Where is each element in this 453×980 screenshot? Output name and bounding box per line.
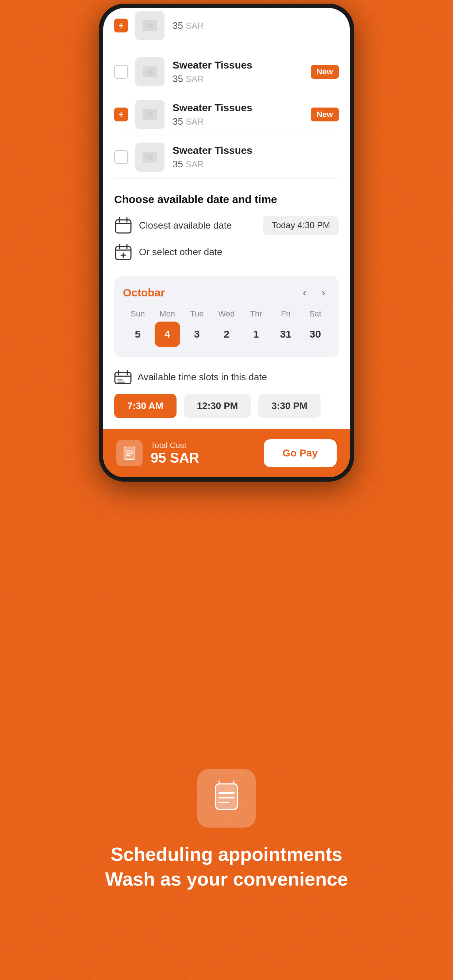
new-badge-1: New bbox=[311, 65, 339, 79]
product-item-3: Sweater Tissues 35 SAR bbox=[114, 136, 339, 179]
time-label: Available time slots in this date bbox=[137, 372, 267, 383]
calendar-container: Octobar ‹ › Sun 5 Mon bbox=[114, 276, 339, 357]
day-num-sat: 30 bbox=[302, 321, 328, 347]
product-item-1: Sweater Tissues 35 SAR New bbox=[114, 51, 339, 93]
product-price-partial: 35 SAR bbox=[172, 20, 339, 31]
product-image-3 bbox=[135, 143, 164, 172]
cost-info: Total Cost 95 SAR bbox=[116, 440, 199, 466]
day-num-sun: 5 bbox=[125, 321, 151, 347]
product-name-3: Sweater Tissues bbox=[172, 145, 339, 156]
new-badge-2: New bbox=[311, 108, 339, 121]
day-name-mon: Mon bbox=[160, 309, 175, 319]
day-item-thr[interactable]: Thr 1 bbox=[241, 309, 271, 347]
receipt-icon bbox=[116, 440, 143, 466]
day-num-tue: 3 bbox=[184, 321, 210, 347]
time-slot-3[interactable]: 3:30 PM bbox=[258, 394, 320, 418]
day-name-wed: Wed bbox=[219, 309, 235, 319]
product-price-3: 35 SAR bbox=[172, 159, 339, 170]
svg-point-7 bbox=[147, 154, 153, 160]
other-label: Or select other date bbox=[139, 247, 339, 258]
product-list: Sweater Tissues 35 SAR New + bbox=[103, 47, 350, 182]
calendar-month: Octobar bbox=[123, 286, 165, 299]
svg-point-1 bbox=[147, 22, 153, 29]
time-section: Available time slots in this date 7:30 A… bbox=[103, 368, 350, 429]
product-info-3: Sweater Tissues 35 SAR bbox=[172, 145, 339, 170]
other-date-row[interactable]: Or select other date bbox=[114, 243, 339, 261]
day-item-mon[interactable]: Mon 4 bbox=[152, 309, 182, 347]
phone-screen: + 35 SAR bbox=[103, 8, 350, 477]
time-slot-2[interactable]: 12:30 PM bbox=[184, 394, 251, 418]
day-name-sat: Sat bbox=[309, 309, 321, 319]
day-name-fri: Fri bbox=[281, 309, 290, 319]
tagline-line2: Wash as your convenience bbox=[105, 867, 348, 892]
time-label-row: Available time slots in this date bbox=[114, 368, 339, 386]
day-num-mon: 4 bbox=[155, 321, 180, 347]
closest-value[interactable]: Today 4:30 PM bbox=[263, 216, 339, 235]
cost-label: Total Cost bbox=[151, 441, 199, 450]
next-month-button[interactable]: › bbox=[317, 287, 330, 299]
closest-label: Closest available date bbox=[139, 220, 263, 231]
product-add-button-2[interactable]: + bbox=[114, 108, 128, 121]
day-item-sun[interactable]: Sun 5 bbox=[123, 309, 152, 347]
product-image-2 bbox=[135, 100, 164, 129]
product-checkbox-3[interactable] bbox=[114, 150, 128, 164]
svg-rect-8 bbox=[116, 220, 131, 233]
day-item-fri[interactable]: Fri 31 bbox=[271, 309, 301, 347]
day-item-sat[interactable]: Sat 30 bbox=[301, 309, 330, 347]
day-name-thr: Thr bbox=[250, 309, 262, 319]
phone-frame: + 35 SAR bbox=[99, 4, 354, 482]
product-price-1: 35 SAR bbox=[172, 73, 311, 84]
product-info-2: Sweater Tissues 35 SAR bbox=[172, 102, 311, 127]
svg-point-5 bbox=[147, 111, 153, 118]
product-name-1: Sweater Tissues bbox=[172, 59, 311, 71]
day-name-sun: Sun bbox=[131, 309, 145, 319]
day-item-tue[interactable]: Tue 3 bbox=[182, 309, 212, 347]
tagline: Scheduling appointments Wash as your con… bbox=[105, 842, 348, 891]
prev-month-button[interactable]: ‹ bbox=[298, 287, 311, 299]
app-icon-large bbox=[197, 769, 256, 827]
go-pay-button[interactable]: Go Pay bbox=[264, 439, 337, 467]
day-num-wed: 2 bbox=[214, 321, 239, 347]
product-item-2: + Sweater Tissues 35 SAR bbox=[114, 93, 339, 136]
time-slot-1[interactable]: 7:30 AM bbox=[114, 394, 177, 418]
calendar-nav: ‹ › bbox=[298, 287, 330, 299]
day-num-thr: 1 bbox=[243, 321, 269, 347]
bottom-bar: Total Cost 95 SAR Go Pay bbox=[103, 429, 350, 477]
content-area: + 35 SAR bbox=[103, 8, 350, 477]
day-name-tue: Tue bbox=[190, 309, 204, 319]
date-section: Choose available date and time Closest a… bbox=[103, 182, 350, 276]
day-item-wed[interactable]: Wed 2 bbox=[212, 309, 241, 347]
day-num-fri: 31 bbox=[273, 321, 298, 347]
product-info-partial: 35 SAR bbox=[172, 20, 339, 31]
section-title: Choose available date and time bbox=[114, 193, 339, 205]
svg-point-3 bbox=[147, 69, 153, 75]
product-name-2: Sweater Tissues bbox=[172, 102, 311, 114]
cost-text: Total Cost 95 SAR bbox=[151, 441, 199, 466]
cost-amount: 95 SAR bbox=[151, 450, 199, 466]
phone-wrapper: + 35 SAR bbox=[95, 0, 358, 482]
product-item-partial: + 35 SAR bbox=[103, 8, 350, 47]
product-price-2: 35 SAR bbox=[172, 116, 311, 127]
product-checkbox-1[interactable] bbox=[114, 65, 128, 79]
product-info-1: Sweater Tissues 35 SAR bbox=[172, 59, 311, 84]
product-image-partial bbox=[135, 11, 164, 40]
product-image-1 bbox=[135, 57, 164, 86]
svg-rect-28 bbox=[215, 784, 238, 810]
closest-date-row: Closest available date Today 4:30 PM bbox=[114, 216, 339, 235]
tagline-line1: Scheduling appointments bbox=[105, 842, 348, 867]
product-add-button-partial[interactable]: + bbox=[114, 19, 128, 32]
time-slots-container: 7:30 AM 12:30 PM 3:30 PM bbox=[114, 394, 339, 418]
calendar-days: Sun 5 Mon 4 Tue 3 Wed 2 bbox=[123, 309, 330, 347]
calendar-icon bbox=[114, 216, 132, 234]
calendar-plus-icon bbox=[114, 243, 132, 261]
time-icon bbox=[114, 368, 132, 386]
below-phone-section: Scheduling appointments Wash as your con… bbox=[0, 681, 453, 980]
calendar-header: Octobar ‹ › bbox=[123, 286, 330, 299]
